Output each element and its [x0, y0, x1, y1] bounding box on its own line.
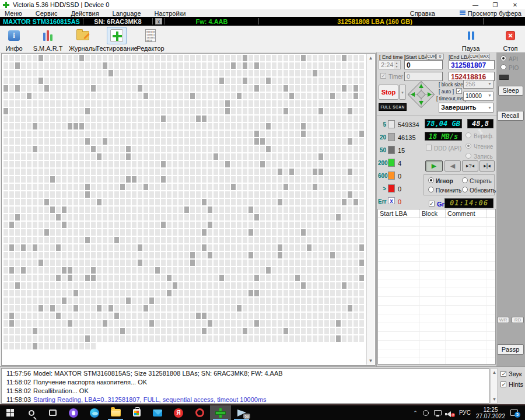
- taskbar-telegram-button[interactable]: 68: [231, 405, 252, 420]
- table-row[interactable]: [378, 271, 495, 279]
- info-tab-button[interactable]: i Инфо: [1, 27, 27, 52]
- table-row[interactable]: [378, 244, 495, 253]
- scroll-up-icon[interactable]: ▲: [367, 54, 374, 62]
- defect-table[interactable]: Start LBA Block Comment: [377, 209, 496, 365]
- end-max-button[interactable]: MAX: [479, 54, 490, 60]
- tray-network-icon[interactable]: [434, 410, 442, 415]
- table-row[interactable]: [378, 236, 495, 244]
- taskbar-alice-button[interactable]: [63, 405, 84, 420]
- sound-option[interactable]: ✓Звук: [501, 370, 522, 377]
- ignore-radio[interactable]: [428, 177, 434, 183]
- seek-diamond-control[interactable]: [406, 79, 436, 110]
- tray-clock[interactable]: 12:2527.07.2022: [476, 407, 505, 419]
- scan-stop-button[interactable]: Stop: [379, 85, 398, 100]
- table-row[interactable]: [378, 253, 495, 262]
- editor-tab-button[interactable]: 0101101100111010010010 Редактор: [134, 27, 167, 52]
- sound-checkbox[interactable]: ✓: [501, 371, 506, 377]
- pause-button[interactable]: Пауза: [458, 27, 484, 52]
- scroll-down-icon[interactable]: ▼: [367, 357, 374, 365]
- log-scroll-down-icon[interactable]: ▼: [491, 396, 498, 403]
- tray-sync-icon[interactable]: [423, 410, 429, 416]
- full-scan-button[interactable]: FULL SCAN: [379, 103, 407, 111]
- taskbar-opera-button[interactable]: [189, 405, 210, 420]
- menu-service[interactable]: Сервис: [36, 10, 58, 17]
- taskbar-search-button[interactable]: [21, 405, 42, 420]
- passp-button[interactable]: Passp: [497, 344, 524, 355]
- close-button[interactable]: ✕: [505, 1, 525, 9]
- taskbar-mail-button[interactable]: [147, 405, 168, 420]
- repair-radio[interactable]: [428, 187, 434, 192]
- start-button[interactable]: [0, 405, 21, 420]
- taskbar-explorer-button[interactable]: [105, 405, 126, 420]
- sleep-button[interactable]: Sleep: [498, 86, 523, 96]
- pio-radio[interactable]: [501, 64, 506, 70]
- table-row[interactable]: [378, 297, 495, 306]
- task-view-button[interactable]: [42, 405, 63, 420]
- menu-help[interactable]: Справка: [410, 10, 435, 17]
- hints-option[interactable]: ✓Hints: [501, 381, 523, 388]
- hints-checkbox[interactable]: ✓: [501, 382, 506, 387]
- write-radio[interactable]: [466, 153, 471, 159]
- verify-radio[interactable]: [466, 132, 471, 138]
- table-row[interactable]: [378, 227, 495, 236]
- end-time-spinner[interactable]: 2:24▲▼: [379, 60, 401, 69]
- grid-checkbox[interactable]: ✓: [429, 201, 435, 206]
- spinner-arrows-icon[interactable]: ▲▼: [394, 61, 400, 69]
- table-row[interactable]: [378, 288, 495, 297]
- taskbar-store-button[interactable]: [126, 405, 147, 420]
- taskbar-edge-button[interactable]: [84, 405, 105, 420]
- taskbar-victoria-button[interactable]: [210, 405, 231, 420]
- read-radio[interactable]: [466, 143, 471, 149]
- table-row[interactable]: [378, 314, 495, 323]
- device-close-button[interactable]: x: [155, 18, 162, 24]
- smart-tab-button[interactable]: S.M.A.R.T: [30, 27, 65, 52]
- maximize-button[interactable]: ❐: [485, 1, 505, 9]
- timeout-select[interactable]: 10000▼: [463, 92, 494, 101]
- grid-vertical-scrollbar[interactable]: ▲ ▼: [366, 54, 374, 365]
- end-cur-button[interactable]: CUR: [469, 54, 478, 60]
- scan-map-area[interactable]: ▲ ▼: [1, 53, 376, 366]
- start-lba-input[interactable]: 0: [404, 60, 443, 69]
- tray-chevron-icon[interactable]: ⌃: [413, 410, 418, 416]
- menu-actions[interactable]: Действия: [71, 10, 99, 17]
- after-action-select[interactable]: Завершить▼: [439, 103, 494, 113]
- table-row[interactable]: [378, 341, 495, 349]
- start-zero-button[interactable]: 0: [436, 54, 444, 60]
- back-button[interactable]: ◀: [444, 160, 461, 172]
- log-scrollbar[interactable]: ▲ ▼: [490, 368, 498, 404]
- tray-volume-muted-icon[interactable]: ✕: [447, 410, 454, 416]
- butterfly-read-button[interactable]: ▸|◂: [480, 160, 495, 172]
- table-row[interactable]: [378, 332, 495, 341]
- table-row[interactable]: [378, 306, 495, 314]
- table-row[interactable]: [378, 323, 495, 332]
- stop-button[interactable]: ✕ Стоп: [499, 27, 522, 52]
- play-button[interactable]: ▶: [425, 160, 443, 172]
- end-lba-input[interactable]: 312581807: [449, 60, 495, 69]
- menu-language[interactable]: Language: [113, 10, 141, 17]
- refresh-radio[interactable]: [462, 187, 468, 192]
- recall-button[interactable]: Recall: [497, 111, 524, 121]
- rd-button[interactable]: RD: [512, 317, 524, 323]
- block-size-select[interactable]: 256▼: [463, 80, 494, 89]
- table-row[interactable]: [378, 218, 495, 227]
- notification-center-button[interactable]: 5: [510, 410, 518, 416]
- table-row[interactable]: [378, 262, 495, 271]
- menu-main[interactable]: Меню: [5, 10, 22, 17]
- log-box[interactable]: 11:57:56Model: MAXTOR STM3160815AS; Size…: [1, 368, 489, 404]
- taskbar-yandex-button[interactable]: Я: [168, 405, 189, 420]
- scan-mode-dropdown-icon[interactable]: ▼: [399, 85, 406, 100]
- erase-radio[interactable]: [462, 177, 468, 183]
- timer-checkbox[interactable]: ✓: [380, 73, 386, 79]
- testing-tab-button[interactable]: Тестирование: [93, 27, 140, 52]
- tray-language[interactable]: РУС: [459, 410, 471, 416]
- ddd-checkbox[interactable]: [426, 145, 432, 150]
- table-row[interactable]: [378, 358, 495, 365]
- log-scroll-up-icon[interactable]: ▲: [491, 369, 498, 376]
- minimize-button[interactable]: —: [466, 1, 485, 9]
- random-read-button[interactable]: ▸?◂: [462, 160, 478, 172]
- table-row[interactable]: [378, 279, 495, 288]
- auto-checkbox[interactable]: ✓: [456, 88, 462, 94]
- start-cur-button[interactable]: CUR: [426, 54, 436, 60]
- buffer-view-button[interactable]: Просмотр буфера: [460, 10, 522, 17]
- api-radio[interactable]: [501, 55, 506, 61]
